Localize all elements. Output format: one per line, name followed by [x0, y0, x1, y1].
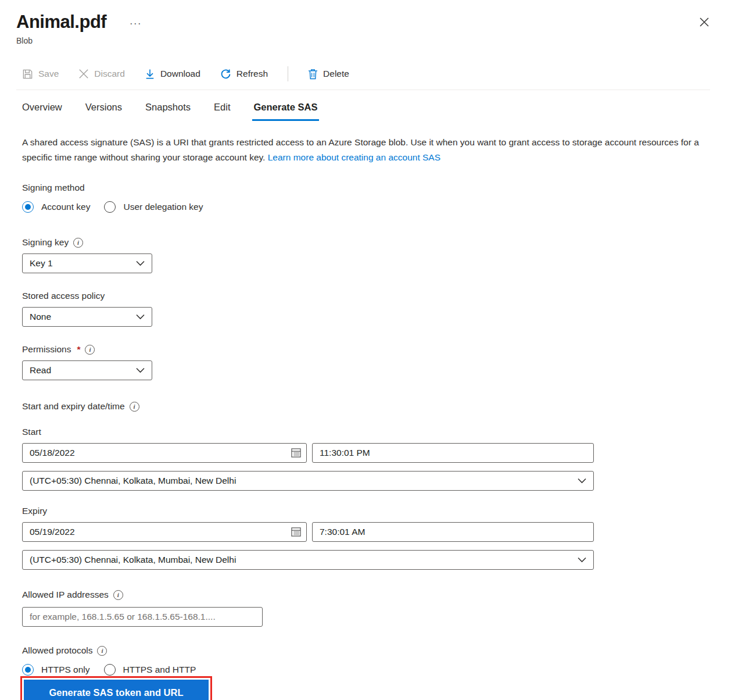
signing-key-value: Key 1 [30, 258, 53, 269]
signing-key-dropdown[interactable]: Key 1 [22, 253, 152, 273]
download-button[interactable]: Download [145, 69, 200, 80]
expiry-timezone-dropdown[interactable]: (UTC+05:30) Chennai, Kolkata, Mumbai, Ne… [22, 550, 594, 570]
radio-selected-icon [22, 201, 34, 213]
chevron-down-icon [136, 314, 145, 320]
expiry-datetime-row [22, 522, 710, 542]
chevron-down-icon [578, 557, 586, 563]
tab-generate-sas[interactable]: Generate SAS [253, 102, 317, 121]
required-asterisk: * [77, 344, 80, 355]
expiry-label: Expiry [22, 506, 710, 516]
resource-type-label: Blob [16, 36, 710, 45]
refresh-button[interactable]: Refresh [220, 69, 268, 80]
allowed-protocols-label: Allowed protocols [22, 645, 92, 656]
info-circle-icon[interactable]: i [85, 345, 95, 355]
close-icon [698, 16, 710, 28]
start-expiry-label-row: Start and expiry date/time i [22, 401, 710, 412]
allowed-ip-label: Allowed IP addresses [22, 590, 109, 600]
info-circle-icon[interactable]: i [97, 646, 107, 656]
radio-https-and-http[interactable]: HTTPS and HTTP [104, 664, 196, 676]
download-label: Download [160, 69, 200, 79]
refresh-label: Refresh [236, 69, 268, 79]
page-title: Animal.pdf [16, 12, 106, 33]
x-icon [78, 69, 89, 79]
download-arrow-icon [145, 69, 155, 80]
sas-form: Signing method Account key User delegati… [16, 183, 710, 676]
floppy-disk-icon [22, 69, 33, 80]
radio-account-key[interactable]: Account key [22, 201, 90, 213]
learn-more-link[interactable]: Learn more about creating an account SAS [268, 152, 440, 162]
signing-method-label: Signing method [22, 183, 710, 193]
chevron-down-icon [136, 260, 145, 266]
radio-https-only-label: HTTPS only [41, 665, 90, 675]
permissions-label: Permissions [22, 344, 71, 355]
expiry-date-wrap [22, 522, 307, 542]
discard-button[interactable]: Discard [78, 69, 125, 79]
expiry-timezone-value: (UTC+05:30) Chennai, Kolkata, Mumbai, Ne… [30, 555, 236, 565]
radio-unselected-icon [104, 664, 116, 676]
circular-arrow-icon [220, 69, 231, 80]
tab-overview[interactable]: Overview [22, 102, 62, 121]
radio-https-and-http-label: HTTPS and HTTP [123, 665, 196, 675]
toolbar-separator [288, 66, 288, 81]
expiry-time-input[interactable] [312, 522, 594, 542]
permissions-dropdown[interactable]: Read [22, 360, 152, 380]
header: Animal.pdf ... [16, 12, 710, 33]
discard-label: Discard [94, 69, 125, 79]
command-bar: Save Discard Download Refresh Delete [16, 63, 710, 85]
signing-key-label: Signing key [22, 237, 69, 248]
radio-user-delegation-key[interactable]: User delegation key [104, 201, 203, 213]
start-timezone-dropdown[interactable]: (UTC+05:30) Chennai, Kolkata, Mumbai, Ne… [22, 471, 594, 491]
generate-sas-button[interactable]: Generate SAS token and URL [24, 680, 209, 700]
ellipsis-icon: ... [130, 15, 142, 27]
tab-bar: Overview Versions Snapshots Edit Generat… [16, 102, 710, 121]
allowed-protocols-label-row: Allowed protocols i [22, 645, 710, 656]
signing-key-label-row: Signing key i [22, 237, 710, 248]
info-circle-icon[interactable]: i [130, 402, 139, 412]
delete-label: Delete [323, 69, 349, 79]
start-timezone-value: (UTC+05:30) Chennai, Kolkata, Mumbai, Ne… [30, 476, 236, 486]
start-time-input[interactable] [312, 443, 594, 463]
stored-access-policy-label: Stored access policy [22, 291, 710, 301]
trash-icon [308, 69, 318, 80]
blob-sas-pane: Animal.pdf ... Blob Save Discard [0, 0, 731, 676]
signing-method-group: Account key User delegation key [22, 201, 710, 213]
tab-edit[interactable]: Edit [214, 102, 230, 121]
start-expiry-label: Start and expiry date/time [22, 401, 125, 412]
info-circle-icon[interactable]: i [73, 238, 83, 248]
chevron-down-icon [136, 367, 145, 373]
start-datetime-row [22, 443, 710, 463]
radio-user-delegation-label: User delegation key [123, 202, 203, 212]
allowed-ip-label-row: Allowed IP addresses i [22, 590, 710, 600]
tab-snapshots[interactable]: Snapshots [145, 102, 191, 121]
permissions-value: Read [30, 365, 51, 376]
allowed-protocols-group: HTTPS only HTTPS and HTTP [22, 664, 710, 676]
annotation-highlight: Generate SAS token and URL [20, 676, 212, 700]
radio-account-key-label: Account key [41, 202, 90, 212]
expiry-date-input[interactable] [22, 522, 307, 542]
close-button[interactable] [698, 16, 710, 28]
calendar-icon[interactable] [291, 527, 301, 537]
radio-unselected-icon [104, 201, 116, 213]
start-date-wrap [22, 443, 307, 463]
toolbar-divider [16, 90, 710, 90]
allowed-ip-input[interactable] [22, 607, 263, 627]
save-button[interactable]: Save [22, 69, 59, 80]
stored-access-policy-dropdown[interactable]: None [22, 307, 152, 327]
calendar-icon[interactable] [291, 448, 301, 458]
start-label: Start [22, 427, 710, 437]
permissions-label-row: Permissions * i [22, 344, 710, 355]
save-label: Save [38, 69, 59, 79]
radio-selected-icon [22, 664, 34, 676]
stored-access-policy-value: None [30, 312, 51, 322]
info-circle-icon[interactable]: i [113, 590, 123, 600]
start-date-input[interactable] [22, 443, 307, 463]
more-options-button[interactable]: ... [130, 15, 142, 27]
tab-versions[interactable]: Versions [85, 102, 122, 121]
chevron-down-icon [578, 478, 586, 484]
radio-https-only[interactable]: HTTPS only [22, 664, 90, 676]
delete-button[interactable]: Delete [308, 69, 349, 80]
sas-description: A shared access signature (SAS) is a URI… [22, 135, 711, 165]
